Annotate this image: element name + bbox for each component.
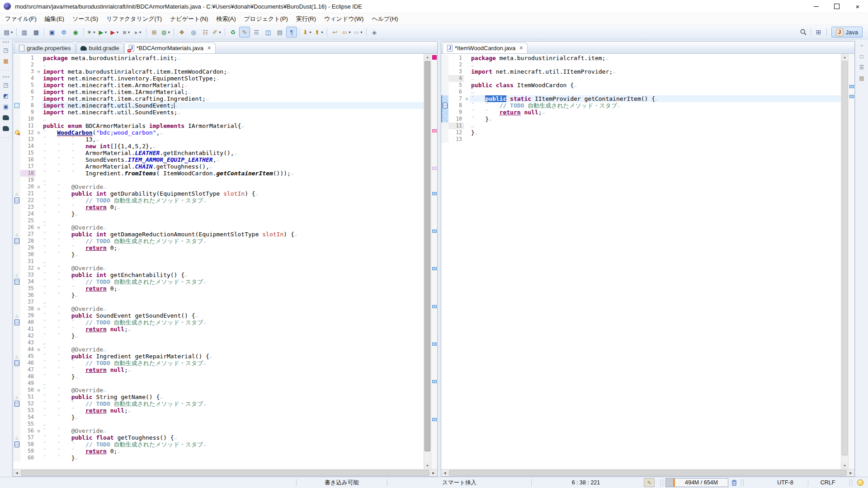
console-view-button[interactable]: ▣	[1, 102, 10, 111]
garbage-collect-button[interactable]	[730, 479, 739, 487]
scroll-thumb[interactable]	[425, 61, 430, 451]
overview-marker[interactable]	[432, 192, 437, 195]
editor-tab[interactable]: J*BDCArmorMaterials.java✕	[124, 42, 216, 53]
vertical-scrollbar-right[interactable]: ▲ ▼	[841, 54, 848, 469]
overview-marker[interactable]	[432, 230, 437, 233]
code-line[interactable]: 29ˆ ˆ ˆ return 0;↵	[13, 244, 424, 251]
gutter-annotation[interactable]	[13, 102, 20, 109]
save-all-button[interactable]: ▦	[31, 27, 42, 38]
fold-marker[interactable]: ⊖	[36, 305, 42, 312]
scroll-right-icon[interactable]: ▶	[847, 469, 854, 476]
editor-tab[interactable]: gradle.properties	[14, 42, 75, 53]
gutter-annotation[interactable]	[13, 197, 20, 204]
activity-icon[interactable]: ✎	[644, 478, 655, 487]
fold-marker[interactable]: ⊖	[36, 224, 42, 231]
scroll-up-icon[interactable]: ▲	[424, 54, 431, 61]
code-line[interactable]: 9ˆ ˆ return null;↵	[441, 109, 841, 116]
code-line[interactable]: △27ˆ ˆ public int getDamageReductionAmou…	[13, 231, 424, 238]
run-button[interactable]: ▶▼	[98, 27, 108, 38]
horizontal-scrollbar-left[interactable]: ◀ ▶	[13, 469, 437, 476]
history-button[interactable]: ♻	[227, 27, 238, 38]
code-line[interactable]: 10↵	[13, 116, 424, 122]
notification-bulb-icon[interactable]	[857, 479, 863, 486]
open-console-button[interactable]: ▣	[47, 27, 57, 38]
menu-item[interactable]: 検索(A)	[212, 14, 240, 24]
dropdown-caret-icon[interactable]: ▼	[93, 31, 96, 34]
fold-marker[interactable]: ⊖	[36, 265, 42, 272]
code-line[interactable]: 6↵	[441, 89, 841, 95]
mark-occurrences-button[interactable]: ✎	[239, 27, 250, 38]
new-class-button[interactable]: ◍▼	[160, 27, 171, 38]
prev-annotation-button[interactable]: ⬆▼	[314, 27, 325, 38]
new-java-project-button[interactable]: ⊞	[149, 27, 160, 38]
dropdown-caret-icon[interactable]: ▼	[321, 31, 324, 34]
gutter-annotation[interactable]	[13, 400, 20, 407]
code-line[interactable]: 58ˆ ˆ ˆ // TODO 自動生成されたメソッド・スタブ↵	[13, 441, 424, 448]
maximize-button[interactable]	[826, 0, 847, 13]
status-encoding[interactable]: UTF-8	[763, 479, 808, 486]
menu-item[interactable]: 実行(R)	[292, 14, 320, 24]
dropdown-caret-icon[interactable]: ▼	[116, 31, 119, 34]
back-button[interactable]: ⇦▼	[341, 27, 352, 38]
fold-marker[interactable]: ⊖	[36, 183, 42, 190]
run-external-button[interactable]: ▶▼	[109, 27, 120, 38]
pin-editor-button[interactable]: ◈	[369, 27, 380, 38]
code-line[interactable]: 13	[441, 136, 841, 143]
gutter-annotation[interactable]: △	[13, 190, 20, 197]
dropdown-caret-icon[interactable]: ▼	[360, 31, 363, 34]
code-line[interactable]: △33ˆ ˆ public int getEnchantability() {↵	[13, 272, 424, 278]
code-line[interactable]: 2↵	[441, 61, 841, 68]
scroll-left-icon[interactable]: ◀	[13, 469, 20, 476]
dropdown-caret-icon[interactable]: ▼	[104, 31, 108, 34]
close-button[interactable]: ×	[847, 0, 868, 13]
code-line[interactable]: 44⊖ˆ ˆ @Override↵	[13, 346, 424, 353]
pane-sash[interactable]	[438, 39, 441, 477]
code-line[interactable]: 1package meta.burodustinrialcraft.item;↵	[441, 55, 841, 61]
task-marker-icon[interactable]	[14, 319, 19, 325]
task-marker-icon[interactable]	[14, 441, 19, 447]
show-whitespace-button[interactable]: ¶	[286, 27, 297, 38]
code-line[interactable]: 15ˆ ˆ ˆ ArmorMaterial.LEATHER.getEnchant…	[13, 150, 424, 156]
gutter-annotation[interactable]	[13, 360, 20, 366]
code-line[interactable]: 19↵	[13, 177, 424, 183]
save-button[interactable]: ▥	[19, 27, 30, 38]
stop-button[interactable]: ■▼	[121, 27, 132, 38]
maximize-view-button[interactable]: □	[857, 52, 866, 61]
package-explorer-view-button[interactable]: ▦	[1, 56, 10, 66]
dropdown-caret-icon[interactable]: ▼	[218, 31, 222, 34]
scroll-down-icon[interactable]: ▼	[841, 462, 848, 469]
code-line[interactable]: 5public class ItemWoodCardon {↵	[441, 82, 841, 89]
menu-item[interactable]: ナビゲート(N)	[166, 14, 212, 24]
code-line[interactable]: 46ˆ ˆ ˆ // TODO 自動生成されたメソッド・スタブ↵	[13, 360, 424, 366]
overview-marker[interactable]	[432, 129, 437, 132]
code-line[interactable]: 5import net.minecraft.item.ArmorMaterial…	[13, 82, 424, 89]
code-line[interactable]: 11↵	[441, 122, 841, 129]
menu-item[interactable]: リファクタリング(T)	[102, 14, 166, 24]
code-line[interactable]: △39ˆ ˆ public SoundEvent getSoundEvent()…	[13, 312, 424, 319]
code-line[interactable]: 59ˆ ˆ ˆ return 0;↵	[13, 448, 424, 455]
status-insert-mode[interactable]: スマート挿入	[387, 479, 531, 487]
task-marker-icon[interactable]	[14, 238, 19, 244]
gutter-annotation[interactable]: △	[13, 272, 20, 278]
scroll-left-icon[interactable]: ◀	[441, 469, 448, 476]
scroll-track[interactable]	[841, 61, 848, 462]
code-line[interactable]: 13ˆ ˆ ˆ 13,↵	[13, 136, 424, 143]
code-line[interactable]: 43↵	[13, 339, 424, 346]
menu-item[interactable]: 編集(E)	[41, 14, 68, 24]
tasks-button[interactable]: ▤	[274, 27, 285, 38]
scroll-track[interactable]	[424, 61, 431, 462]
debug-button[interactable]: ✶▼	[86, 27, 97, 38]
dropdown-caret-icon[interactable]: ▼	[10, 31, 14, 34]
menu-item[interactable]: ファイル(F)	[1, 14, 41, 24]
search-button[interactable]: ◎	[188, 27, 199, 38]
gutter-annotation[interactable]: △	[13, 434, 20, 441]
overview-marker[interactable]	[432, 343, 437, 346]
code-line[interactable]: △45ˆ ˆ public Ingredient getRepairMateri…	[13, 353, 424, 360]
menu-item[interactable]: プロジェクト(P)	[240, 14, 292, 24]
code-line[interactable]: 17ˆ ˆ ˆ ArmorMaterial.CHAIN.getToughness…	[13, 163, 424, 170]
javadoc-button[interactable]: ◫	[263, 27, 274, 38]
task-marker-icon[interactable]	[14, 279, 19, 285]
code-line[interactable]: 56⊖ˆ ˆ @Override↵	[13, 427, 424, 434]
open-perspective-button[interactable]: ⊞	[813, 27, 824, 38]
fold-marker[interactable]: ⊖	[36, 346, 42, 353]
